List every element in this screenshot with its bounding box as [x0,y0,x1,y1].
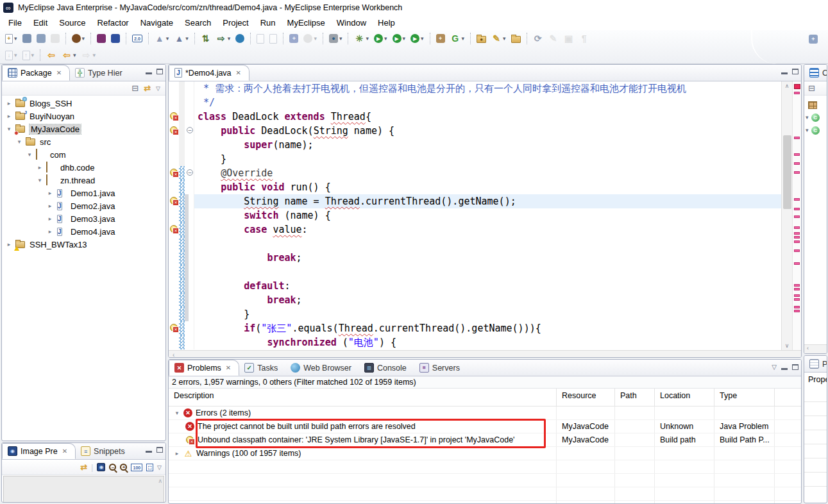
open-resource-button[interactable]: ✎▾ [489,32,508,45]
zoom-in-icon[interactable]: + [120,464,127,471]
run-history-dropdown-icon[interactable]: ▾ [403,35,406,42]
scroll-up-icon[interactable]: ∧ [158,478,162,484]
problems-item-row[interactable]: ✕The project cannot be built until build… [169,420,801,433]
new-web-project-button[interactable] [109,33,122,44]
quickfix-error-icon[interactable] [169,112,178,121]
collapse-all-icon[interactable]: ⊟ [808,83,815,93]
minimize-icon[interactable] [146,451,152,453]
close-icon[interactable]: ✕ [236,69,241,76]
editor-tab--demo4-java[interactable]: J*Demo4.java✕ [169,65,249,81]
screen-capture-dropdown-icon[interactable]: ▾ [339,35,342,42]
properties-tab-pr[interactable]: Pr [804,356,827,372]
close-icon[interactable]: ✕ [226,364,231,371]
quickfix-error-icon[interactable] [169,168,178,177]
outline-collapse-icon[interactable]: ▾ [806,114,809,121]
new-interface-wizard-button[interactable]: ▲▾ [172,32,190,45]
code-line[interactable]: switch (name) { [169,208,781,223]
occurrence-marker[interactable] [794,288,800,290]
code-line[interactable]: break; [169,293,781,307]
column-header-resource[interactable]: Resource [557,389,615,406]
code-line[interactable]: String name = Thread.currentThread().get… [169,194,781,208]
image-icon[interactable]: ◉ [97,463,105,471]
web-browser-button[interactable] [233,33,246,44]
new-wizard-dropdown-icon[interactable]: ▾ [14,35,17,42]
occurrence-marker[interactable] [794,232,800,235]
external-tools-button[interactable]: ▶▾ [409,33,426,44]
column-header-path[interactable]: Path [615,389,655,406]
last-edit-location-button[interactable]: ⇦ [44,49,58,62]
run-dropdown-icon[interactable]: ▾ [384,35,387,42]
problems-tab-problems[interactable]: ✕Problems✕ [169,360,239,376]
occurrence-marker[interactable] [794,137,800,139]
menu-search[interactable]: Search [179,16,217,29]
tree-item-demo1-java[interactable]: ▸JDemo1.java [2,187,165,199]
external-tools-dropdown-icon[interactable]: ▾ [421,35,424,42]
code-line[interactable]: if("张三".equals(Thread.currentThread().ge… [169,321,781,335]
occurrence-marker[interactable] [794,306,800,308]
code-line[interactable]: break; [169,251,781,265]
code-line[interactable] [169,237,781,251]
debug-dropdown-icon[interactable]: ▾ [366,35,369,42]
tree-item-src[interactable]: ▾src [2,135,165,148]
occurrence-marker[interactable] [794,215,800,218]
occurrence-marker[interactable] [794,198,800,201]
scroll-down-icon[interactable]: ∨ [782,342,792,349]
maximize-icon[interactable] [792,364,798,370]
overview-ruler[interactable] [792,81,801,350]
problems-item-row[interactable]: Unbound classpath container: 'JRE System… [169,433,801,447]
menu-edit[interactable]: Edit [28,16,53,29]
tree-collapse-icon[interactable]: ▾ [26,151,33,158]
tree-item-blogs-ssh[interactable]: ▸Blogs_SSH [2,97,165,110]
minimize-icon[interactable] [781,72,788,74]
outline-item[interactable] [804,98,827,111]
menu-myeclipse[interactable]: MyEclipse [282,16,331,29]
package-explorer-tab-package[interactable]: Package✕ [2,65,70,81]
occurrence-marker[interactable] [794,294,800,297]
tree-item-myjavacode[interactable]: ▾MyJavaCode [2,122,165,135]
code-line[interactable]: – @Override [169,166,781,180]
new-report-button[interactable]: + [287,33,300,44]
error-marker[interactable] [794,84,800,89]
column-header-location[interactable]: Location [655,389,714,406]
image-preview-tab-snippets[interactable]: ≡Snippets [76,443,133,459]
tree-expand-icon[interactable]: ▸ [47,228,53,235]
code-line[interactable] [169,265,781,279]
open-perspective-button[interactable]: + [807,33,820,45]
code-line[interactable]: } [169,307,781,321]
code-line[interactable]: synchronized ("电池") { [169,335,781,349]
occurrence-marker[interactable] [794,310,800,312]
occurrence-marker[interactable] [794,236,800,239]
new-javaee-project-button[interactable] [95,33,108,44]
code-line[interactable]: default: [169,279,781,293]
problems-tab-servers[interactable]: ⌗Servers [414,360,468,376]
run-button[interactable]: ▶▾ [372,33,389,44]
zoom-100-icon[interactable]: 100 [131,464,142,471]
outline-tab-ou[interactable]: Ou [804,65,827,81]
quickfix-error-icon[interactable] [169,323,178,332]
tree-item-demo2-java[interactable]: ▸JDemo2.java [2,199,165,212]
tree-expand-icon[interactable]: ▸ [6,241,12,248]
quickfix-error-icon[interactable] [169,196,178,205]
new-wizard-button[interactable]: +▾ [3,33,19,45]
maximize-icon[interactable] [156,447,163,453]
menu-refactor[interactable]: Refactor [92,16,135,29]
tree-expand-icon[interactable]: ▸ [6,100,12,106]
occurrence-marker[interactable] [794,208,800,210]
close-icon[interactable]: ✕ [56,69,62,76]
run-on-server-dropdown-icon[interactable]: ▾ [228,35,231,42]
view-menu-icon[interactable]: ▽ [157,464,162,471]
code-line[interactable]: super(name); [169,138,781,152]
code-line[interactable]: } [169,152,781,166]
refresh-search-button[interactable]: ⟳ [531,32,545,45]
column-header-description[interactable]: Description [169,389,557,406]
package-explorer-tab-type-hier[interactable]: ╬Type Hier [70,65,130,81]
scroll-left-icon[interactable]: ‹ [173,351,174,358]
new-interface-wizard-dropdown-icon[interactable]: ▾ [185,35,189,42]
view-menu-icon[interactable]: ▽ [156,85,160,92]
group-collapse-icon[interactable]: ▾ [174,410,180,416]
occurrence-marker[interactable] [794,153,800,156]
menu-run[interactable]: Run [255,16,282,29]
tree-expand-icon[interactable]: ▸ [47,190,53,196]
group-expand-icon[interactable]: ▸ [174,450,180,457]
run-on-server-button[interactable]: ⇨▾ [214,32,233,45]
